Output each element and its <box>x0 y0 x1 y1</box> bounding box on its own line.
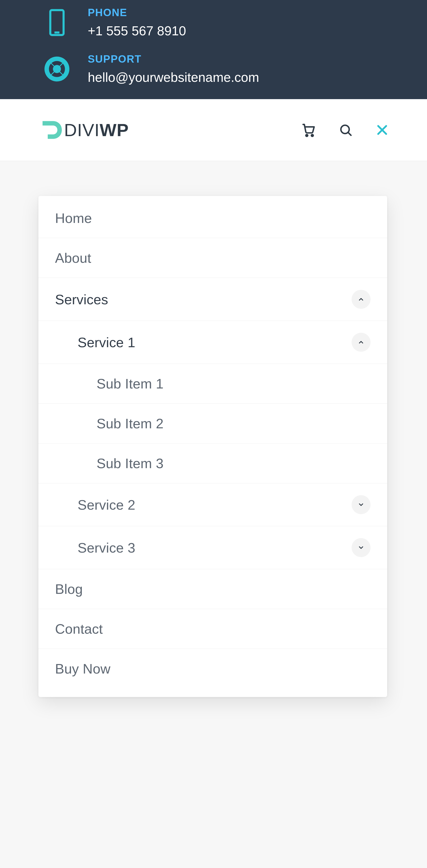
menu-item-buynow[interactable]: Buy Now <box>38 649 387 688</box>
topbar-phone-text: PHONE +1 555 567 8910 <box>88 7 186 38</box>
menu-item-blog[interactable]: Blog <box>38 569 387 609</box>
menu-label: Buy Now <box>55 661 111 677</box>
menu-item-service3[interactable]: Service 3 <box>38 526 387 569</box>
mobile-menu-panel: Home About Services Service 1 Sub Item 1… <box>38 196 387 697</box>
submenu-service1: Sub Item 1 Sub Item 2 Sub Item 3 <box>38 364 387 483</box>
menu-item-services[interactable]: Services <box>38 278 387 321</box>
phone-icon <box>43 8 71 37</box>
menu-label: Sub Item 3 <box>96 455 163 471</box>
svg-point-3 <box>311 134 313 136</box>
svg-rect-0 <box>50 10 64 35</box>
menu-label: Service 3 <box>78 540 135 556</box>
search-icon[interactable] <box>338 123 353 137</box>
menu-label: Service 1 <box>78 334 135 350</box>
support-label: SUPPORT <box>88 53 259 65</box>
logo-text-part2: WP <box>100 120 129 140</box>
menu-item-about[interactable]: About <box>38 238 387 278</box>
logo-text-part1: DIVI <box>64 120 100 140</box>
menu-label: Blog <box>55 581 83 597</box>
topbar-support-row: SUPPORT hello@yourwebsitename.com <box>0 53 427 85</box>
menu-label: Services <box>55 291 108 307</box>
chevron-up-icon[interactable] <box>352 333 370 352</box>
top-info-bar: PHONE +1 555 567 8910 SUPPORT hello@your… <box>0 0 427 99</box>
menu-item-service1[interactable]: Service 1 <box>38 321 387 364</box>
svg-point-2 <box>306 134 308 136</box>
menu-label: About <box>55 250 91 266</box>
phone-label: PHONE <box>88 7 186 19</box>
logo-d-icon <box>40 118 64 142</box>
menu-label: Home <box>55 210 92 226</box>
menu-label: Contact <box>55 621 103 637</box>
menu-item-contact[interactable]: Contact <box>38 609 387 649</box>
submenu-services: Service 1 Sub Item 1 Sub Item 2 Sub Item… <box>38 321 387 569</box>
phone-value[interactable]: +1 555 567 8910 <box>88 23 186 38</box>
site-logo[interactable]: DIVIWP <box>40 118 129 142</box>
close-icon[interactable] <box>375 123 389 137</box>
menu-item-sub1[interactable]: Sub Item 1 <box>38 364 387 403</box>
site-header: DIVIWP <box>0 99 427 161</box>
cart-icon[interactable] <box>301 123 316 137</box>
menu-item-sub2[interactable]: Sub Item 2 <box>38 403 387 443</box>
menu-label: Sub Item 2 <box>96 415 163 431</box>
menu-label: Service 2 <box>78 497 135 513</box>
svg-line-5 <box>348 132 351 135</box>
menu-item-home[interactable]: Home <box>38 198 387 238</box>
menu-label: Sub Item 1 <box>96 376 163 392</box>
menu-item-sub3[interactable]: Sub Item 3 <box>38 443 387 483</box>
support-icon <box>43 55 71 83</box>
menu-item-service2[interactable]: Service 2 <box>38 483 387 526</box>
topbar-phone-row: PHONE +1 555 567 8910 <box>0 7 427 38</box>
header-actions <box>301 123 389 137</box>
logo-text: DIVIWP <box>64 120 129 140</box>
topbar-support-text: SUPPORT hello@yourwebsitename.com <box>88 53 259 85</box>
chevron-down-icon[interactable] <box>352 538 370 557</box>
support-value[interactable]: hello@yourwebsitename.com <box>88 70 259 85</box>
chevron-up-icon[interactable] <box>352 290 370 309</box>
chevron-down-icon[interactable] <box>352 495 370 514</box>
